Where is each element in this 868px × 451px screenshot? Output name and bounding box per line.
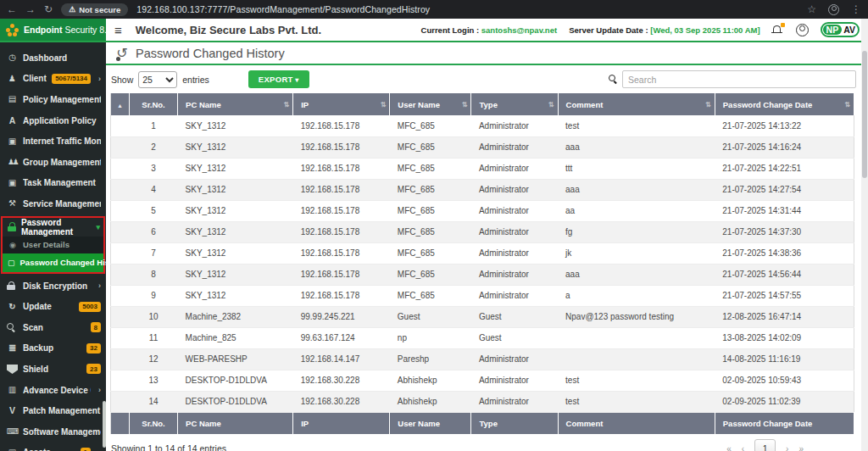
browser-menu-icon[interactable]: ⋮ bbox=[851, 4, 861, 14]
column-footer: Sr.No. bbox=[130, 412, 178, 434]
sidebar-item-icon bbox=[7, 427, 18, 436]
expand-cell bbox=[111, 158, 130, 179]
sidebar-item-label: Shield bbox=[23, 365, 81, 374]
sidebar-item[interactable]: Patch Management bbox=[0, 400, 106, 421]
not-secure-badge[interactable]: ⚠ Not secure bbox=[61, 3, 128, 16]
sidebar-item[interactable]: Update 5003 bbox=[0, 296, 106, 317]
sidebar-item-label: Policy Management bbox=[23, 95, 101, 104]
search-input[interactable] bbox=[622, 70, 856, 88]
current-login: Current Login : santoshs@npav.net bbox=[421, 25, 558, 35]
column-header[interactable]: Sr.No. bbox=[130, 93, 178, 115]
cell-pc-name: SKY_1312 bbox=[178, 221, 293, 242]
sidebar-item-password-management[interactable]: Password Management ▾ bbox=[3, 218, 103, 237]
cell-user-name: MFC_685 bbox=[390, 242, 471, 264]
sort-icon: ⇅ bbox=[462, 101, 468, 109]
sidebar-item[interactable]: Software Management bbox=[0, 421, 106, 443]
current-login-value: santoshs@npav.net bbox=[481, 25, 557, 35]
cell-date: 02-09-2025 11:02:39 bbox=[715, 391, 854, 412]
bookmark-star-icon[interactable]: ☆ bbox=[807, 4, 816, 14]
sidebar-item[interactable]: Application Policy bbox=[0, 110, 106, 131]
cell-date: 21-07-2025 14:37:30 bbox=[715, 221, 854, 242]
sidebar-item[interactable]: Task Management bbox=[0, 173, 106, 194]
sidebar-item[interactable]: Disk Encryption › bbox=[0, 276, 106, 297]
cell-ip: 192.168.14.147 bbox=[293, 348, 390, 370]
sidebar-item-badge: 5067/5134 bbox=[52, 74, 91, 84]
sidebar-subitem[interactable]: Password Changed History bbox=[3, 253, 103, 272]
column-header[interactable]: Password Change Date⇅ bbox=[715, 93, 854, 115]
chevron-right-icon: › bbox=[98, 386, 101, 394]
table-row: 9 SKY_1312 192.168.15.178 MFC_685 Admini… bbox=[111, 285, 854, 306]
cell-ip: 192.168.15.178 bbox=[293, 136, 390, 158]
sort-asc-indicator[interactable]: ▲ bbox=[111, 93, 130, 115]
cell-sr-no: 4 bbox=[130, 179, 178, 200]
next-page-button[interactable]: › bbox=[786, 444, 788, 451]
sort-icon: ⇅ bbox=[381, 101, 387, 109]
reload-icon[interactable]: ↻ bbox=[44, 4, 53, 14]
table-row: 13 DESKTOP-D1DLDVA 192.168.30.228 Abhish… bbox=[111, 370, 854, 391]
user-avatar-icon[interactable] bbox=[796, 24, 809, 36]
column-header[interactable]: Type⇅ bbox=[471, 93, 558, 115]
expand-cell bbox=[111, 391, 130, 412]
cell-type: Administrator bbox=[471, 200, 558, 221]
cell-type: Administrator bbox=[471, 348, 558, 370]
address-bar[interactable]: 192.168.100.137:7777/PasswordManagement/… bbox=[136, 4, 798, 14]
sidebar-item-label: Application Policy bbox=[23, 116, 101, 125]
sidebar-item[interactable]: Scan 8 bbox=[0, 317, 106, 338]
table-row: 2 SKY_1312 192.168.15.178 MFC_685 Admini… bbox=[111, 136, 854, 158]
cell-sr-no: 3 bbox=[130, 158, 178, 179]
welcome-text: Welcome, Biz Secure Labs Pvt. Ltd. bbox=[136, 24, 321, 36]
sidebar-item[interactable]: Policy Management bbox=[0, 89, 106, 110]
sidebar-item-label: Task Management bbox=[23, 178, 101, 187]
notifications-bell-icon[interactable] bbox=[772, 25, 784, 36]
sidebar-item-icon bbox=[7, 116, 18, 125]
page-scrollbar[interactable] bbox=[861, 19, 868, 451]
entries-label: entries bbox=[182, 75, 209, 85]
current-page-button[interactable]: 1 bbox=[754, 439, 776, 451]
sidebar-item[interactable]: Dashboard bbox=[0, 47, 106, 69]
column-header[interactable]: IP⇅ bbox=[293, 93, 390, 115]
sidebar-item[interactable]: Internet Traffic Monitor bbox=[0, 131, 106, 152]
cell-comment: aaa bbox=[558, 264, 715, 285]
cell-pc-name: Machine_825 bbox=[178, 327, 293, 348]
column-header[interactable]: Comment⇅ bbox=[558, 93, 715, 115]
menu-toggle-icon[interactable]: ≡ bbox=[114, 23, 122, 37]
sidebar-item[interactable]: Advance Device Control › bbox=[0, 380, 106, 401]
export-button[interactable]: EXPORT bbox=[248, 70, 309, 88]
cell-type: Administrator bbox=[471, 264, 558, 285]
sidebar-item-icon bbox=[7, 406, 18, 415]
sidebar-subitem-label: Password Changed History bbox=[20, 258, 106, 267]
prev-page-button[interactable]: ‹ bbox=[742, 444, 744, 451]
first-page-button[interactable]: « bbox=[726, 444, 732, 451]
cell-user-name: MFC_685 bbox=[390, 179, 471, 200]
sidebar-item-label: Backup bbox=[23, 343, 81, 353]
browser-profile-icon[interactable] bbox=[828, 4, 839, 15]
browser-chrome: ← → ↻ ⚠ Not secure 192.168.100.137:7777/… bbox=[0, 0, 868, 19]
cell-sr-no: 13 bbox=[130, 370, 178, 391]
sidebar-item[interactable]: Group Management bbox=[0, 152, 106, 173]
forward-icon[interactable]: → bbox=[25, 4, 36, 14]
column-footer: User Name bbox=[390, 412, 471, 434]
column-header[interactable]: PC Name⇅ bbox=[178, 93, 293, 115]
sidebar-item[interactable]: Backup 32 bbox=[0, 338, 106, 359]
entries-select[interactable]: 25 bbox=[138, 71, 177, 88]
cell-ip: 192.168.15.178 bbox=[293, 179, 390, 200]
cell-pc-name: WEB-PARESHP bbox=[178, 348, 293, 370]
sidebar-subitem-label: User Details bbox=[23, 240, 70, 249]
cell-date: 21-07-2025 14:27:54 bbox=[715, 179, 854, 200]
back-icon[interactable]: ← bbox=[7, 4, 17, 14]
sort-icon: ⇅ bbox=[548, 101, 554, 109]
column-header[interactable]: User Name⇅ bbox=[390, 93, 471, 115]
expand-cell bbox=[111, 370, 130, 391]
sidebar-item[interactable]: Shield 23 bbox=[0, 359, 106, 380]
last-page-button[interactable]: » bbox=[798, 444, 804, 451]
npav-logo: NPAV bbox=[821, 22, 860, 37]
cell-type: Administrator bbox=[471, 179, 558, 200]
sidebar-subitem[interactable]: User Details bbox=[3, 237, 103, 253]
table-header-row: ▲ Sr.No.PC Name⇅IP⇅User Name⇅Type⇅Commen… bbox=[111, 93, 854, 115]
expand-cell bbox=[111, 115, 130, 136]
sidebar-item[interactable]: Assets 1 › bbox=[0, 443, 106, 451]
sidebar-item[interactable]: Service Management bbox=[0, 193, 106, 214]
sidebar-item-icon bbox=[7, 137, 18, 146]
sidebar-item-label: Internet Traffic Monitor bbox=[23, 136, 101, 146]
sidebar-item[interactable]: Client Details 5067/5134 › bbox=[0, 69, 106, 90]
